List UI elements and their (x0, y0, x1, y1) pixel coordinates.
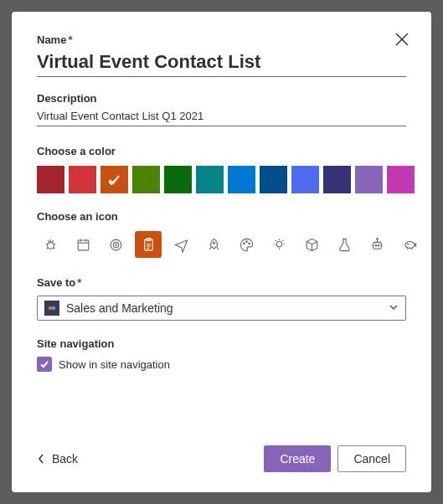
svg-rect-36 (373, 242, 381, 249)
svg-point-40 (376, 238, 378, 239)
target-icon[interactable] (102, 231, 129, 258)
chevron-down-icon (389, 301, 399, 316)
svg-rect-10 (78, 239, 89, 249)
piggybank-icon[interactable] (396, 231, 423, 258)
color-swatch-row (37, 166, 406, 193)
clipboard-icon[interactable] (135, 231, 162, 258)
cube-icon[interactable] (298, 231, 325, 258)
svg-point-17 (111, 239, 121, 250)
color-swatch[interactable] (260, 166, 287, 193)
svg-point-27 (245, 240, 247, 242)
color-swatch[interactable] (132, 166, 160, 193)
svg-point-37 (375, 244, 377, 246)
flask-icon[interactable] (331, 231, 358, 258)
close-button[interactable] (394, 32, 410, 47)
svg-line-4 (48, 239, 49, 241)
lightbulb-icon[interactable] (265, 231, 292, 258)
color-swatch[interactable] (196, 166, 224, 193)
description-label: Description (37, 92, 406, 105)
svg-line-35 (282, 239, 283, 240)
svg-point-46 (49, 306, 52, 310)
rocket-icon[interactable] (200, 231, 227, 258)
svg-point-45 (407, 244, 408, 244)
site-icon (44, 301, 59, 316)
back-button[interactable]: Back (37, 452, 78, 465)
svg-point-2 (47, 242, 54, 249)
bug-icon[interactable] (37, 231, 64, 258)
svg-point-38 (378, 244, 379, 246)
svg-line-9 (53, 247, 54, 249)
name-label: Name* (37, 33, 406, 46)
save-to-value: Sales and Marketing (66, 301, 382, 315)
svg-point-25 (213, 241, 214, 243)
choose-icon-label: Choose an icon (37, 210, 406, 223)
cancel-button[interactable]: Cancel (337, 445, 406, 472)
calendar-icon[interactable] (70, 231, 96, 258)
svg-point-26 (243, 243, 245, 244)
svg-line-34 (275, 239, 276, 240)
svg-point-18 (113, 242, 118, 247)
choose-color-label: Choose a color (37, 145, 406, 157)
create-button[interactable]: Create (264, 445, 331, 472)
svg-point-28 (248, 243, 250, 244)
site-navigation-label: Site navigation (37, 337, 406, 350)
show-in-nav-label: Show in site navigation (59, 358, 170, 371)
airplane-icon[interactable] (167, 231, 194, 258)
svg-point-47 (52, 306, 55, 310)
palette-icon[interactable] (233, 231, 260, 258)
color-swatch[interactable] (164, 166, 192, 193)
color-swatch[interactable] (323, 166, 351, 193)
color-swatch[interactable] (291, 166, 319, 193)
icon-row (37, 231, 406, 258)
color-swatch[interactable] (355, 166, 383, 193)
svg-line-8 (46, 247, 48, 249)
color-swatch[interactable] (387, 166, 415, 193)
svg-line-5 (52, 239, 54, 241)
description-input[interactable] (37, 106, 406, 126)
save-to-dropdown[interactable]: Sales and Marketing (37, 296, 406, 321)
save-to-label: Save to* (37, 276, 406, 289)
name-input[interactable] (37, 48, 406, 77)
create-list-dialog: Name* Description Choose a color Choose … (12, 12, 431, 492)
svg-point-19 (115, 244, 116, 245)
robot-icon[interactable] (363, 231, 390, 258)
show-in-nav-checkbox[interactable] (37, 357, 52, 372)
color-swatch[interactable] (69, 166, 96, 193)
color-swatch[interactable] (228, 166, 255, 193)
color-swatch[interactable] (100, 166, 128, 193)
color-swatch[interactable] (37, 166, 64, 193)
svg-point-29 (276, 241, 281, 246)
